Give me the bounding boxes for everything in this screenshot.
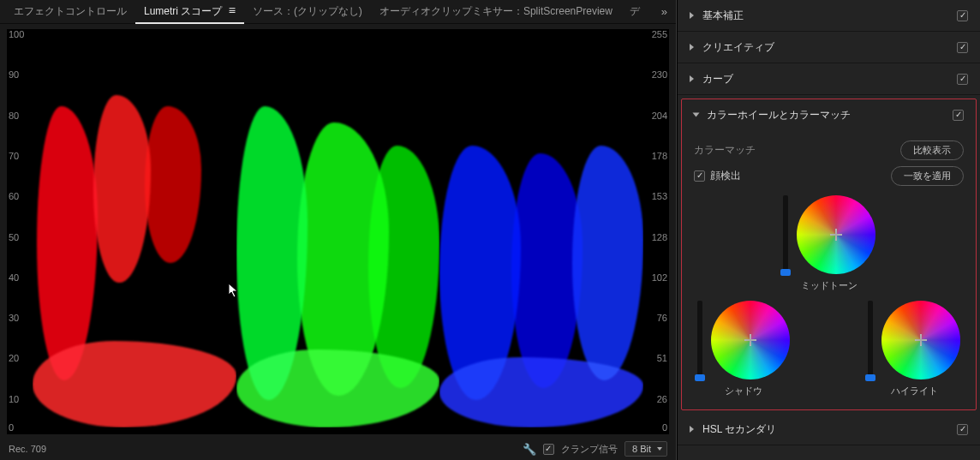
section-body: カラーマッチ 比較表示 顔検出 一致を適用 ミッドトーン	[682, 130, 976, 409]
crosshair-icon	[830, 229, 842, 241]
tab-source[interactable]: ソース：(クリップなし)	[244, 1, 371, 22]
tick: 128	[643, 232, 667, 242]
color-wheels-area: ミッドトーン シャドウ	[694, 195, 964, 397]
expand-tabs-icon[interactable]: »	[658, 5, 671, 18]
shadows-label: シャドウ	[725, 385, 762, 397]
tick: 153	[643, 191, 667, 201]
tick: 204	[643, 111, 667, 121]
section-title: HSL セカンダリ	[702, 422, 776, 437]
tick: 30	[9, 313, 33, 323]
section-enable-checkbox[interactable]	[957, 424, 968, 435]
face-detect-row: 顔検出 一致を適用	[694, 163, 964, 188]
left-axis: 100 90 80 70 60 50 40 30 20 10 0	[9, 29, 33, 434]
section-header[interactable]: クリエイティブ	[678, 32, 980, 63]
tick: 100	[9, 29, 33, 39]
section-title: 基本補正	[702, 9, 744, 23]
compare-view-button[interactable]: 比較表示	[900, 140, 964, 160]
tick: 40	[9, 272, 33, 283]
tick: 76	[643, 313, 667, 323]
tab-label-target: SplitScreenPreview	[523, 5, 612, 17]
tick: 102	[643, 272, 667, 283]
apply-match-button[interactable]: 一致を適用	[891, 166, 964, 186]
colorspace-label: Rec. 709	[9, 444, 46, 454]
section-header[interactable]: カーブ	[678, 63, 980, 94]
chevron-right-icon	[690, 12, 694, 19]
panel-tabs: エフェクトコントロール Lumetri スコープ ≡ ソース：(クリップなし) …	[0, 0, 676, 24]
chevron-down-icon	[693, 113, 700, 117]
tick: 230	[643, 69, 667, 80]
lumetri-color-panel: 基本補正 クリエイティブ カーブ カラーホイールとカラーマッチ カラーマッチ 比…	[677, 0, 980, 460]
tick: 60	[9, 191, 33, 201]
color-match-row: カラーマッチ 比較表示	[694, 137, 964, 163]
midtones-wheel-group: ミッドトーン	[783, 195, 875, 292]
chevron-right-icon	[690, 426, 694, 433]
green-channel	[236, 36, 440, 427]
midtones-luma-slider[interactable]	[783, 195, 788, 274]
settings-wrench-icon[interactable]: 🔧	[523, 443, 536, 456]
tick: 51	[643, 353, 667, 363]
color-match-label: カラーマッチ	[694, 143, 756, 158]
scope-footer: Rec. 709 🔧 クランプ信号 8 Bit	[0, 438, 676, 460]
shadows-wheel-group: シャドウ	[697, 301, 790, 397]
rgb-parade-scope[interactable]: 100 90 80 70 60 50 40 30 20 10 0 255 230…	[7, 29, 669, 434]
tick: 0	[9, 422, 33, 433]
highlights-color-wheel[interactable]	[881, 301, 960, 379]
shadows-luma-slider[interactable]	[697, 301, 702, 379]
section-enable-checkbox[interactable]	[953, 110, 964, 121]
section-basic-correction: 基本補正	[678, 0, 980, 32]
tick: 50	[9, 232, 33, 242]
chevron-right-icon	[690, 44, 694, 51]
scopes-panel: エフェクトコントロール Lumetri スコープ ≡ ソース：(クリップなし) …	[0, 0, 677, 460]
bitdepth-select[interactable]: 8 Bit	[624, 441, 667, 457]
red-channel	[33, 36, 236, 427]
midtones-label: ミッドトーン	[801, 279, 858, 292]
section-color-wheels: カラーホイールとカラーマッチ カラーマッチ 比較表示 顔検出 一致を適用	[681, 99, 977, 410]
face-detect-checkbox[interactable]	[694, 170, 705, 182]
section-header[interactable]: HSL セカンダリ	[678, 414, 980, 445]
section-header[interactable]: カラーホイールとカラーマッチ	[682, 99, 976, 130]
midtones-color-wheel[interactable]	[797, 195, 875, 274]
tab-audio-clip-mixer[interactable]: オーディオクリップミキサー：SplitScreenPreview	[371, 1, 621, 22]
tick: 80	[9, 111, 33, 121]
tick: 0	[643, 422, 667, 433]
section-header[interactable]: 基本補正	[678, 0, 980, 31]
tick: 178	[643, 151, 667, 161]
section-curves: カーブ	[678, 63, 980, 95]
scope-plot	[33, 36, 643, 427]
highlights-wheel-group: ハイライト	[868, 301, 960, 397]
tab-label-prefix: オーディオクリップミキサー：	[379, 5, 523, 17]
tick: 90	[9, 69, 33, 80]
crosshair-icon	[915, 334, 927, 346]
section-title: カーブ	[702, 72, 733, 87]
tick: 26	[643, 394, 667, 404]
face-detect-label: 顔検出	[710, 169, 741, 183]
section-enable-checkbox[interactable]	[957, 74, 968, 85]
panel-menu-icon[interactable]: ≡	[229, 3, 236, 17]
highlights-label: ハイライト	[891, 385, 938, 397]
blue-channel	[439, 36, 643, 427]
highlights-luma-slider[interactable]	[868, 301, 873, 379]
section-enable-checkbox[interactable]	[957, 10, 968, 21]
section-enable-checkbox[interactable]	[957, 42, 968, 53]
section-creative: クリエイティブ	[678, 32, 980, 63]
tick: 10	[9, 394, 33, 404]
tab-effects-controls[interactable]: エフェクトコントロール	[5, 1, 135, 22]
clamp-signal-checkbox[interactable]	[543, 444, 554, 455]
shadows-color-wheel[interactable]	[711, 301, 790, 379]
clamp-signal-label: クランプ信号	[561, 443, 618, 456]
tab-overflow[interactable]: デ	[621, 1, 648, 22]
section-title: クリエイティブ	[702, 40, 774, 55]
tick: 255	[643, 29, 667, 39]
section-hsl-secondary: HSL セカンダリ	[678, 414, 980, 445]
tick: 70	[9, 151, 33, 161]
crosshair-icon	[744, 334, 756, 346]
tab-label: Lumetri スコープ	[144, 5, 222, 17]
chevron-right-icon	[690, 75, 694, 82]
tab-lumetri-scopes[interactable]: Lumetri スコープ ≡	[135, 0, 244, 24]
section-title: カラーホイールとカラーマッチ	[707, 108, 851, 122]
right-axis: 255 230 204 178 153 128 102 76 51 26 0	[643, 29, 667, 434]
tick: 20	[9, 353, 33, 363]
